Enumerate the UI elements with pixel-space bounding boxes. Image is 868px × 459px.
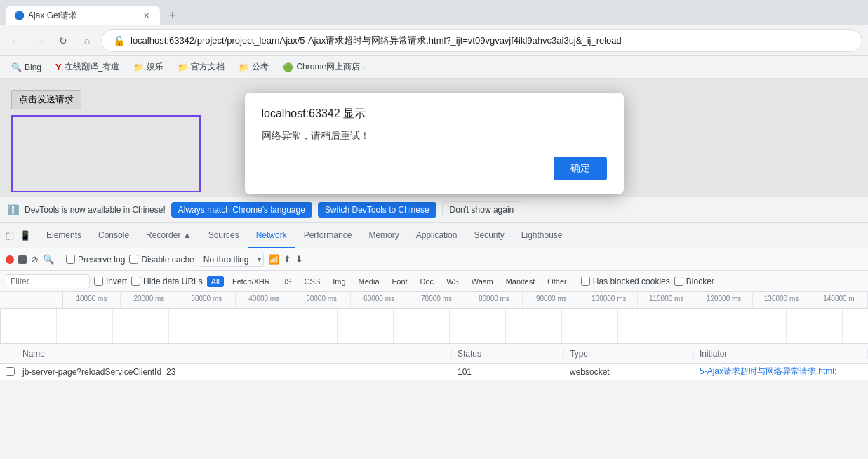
bookmark-exam[interactable]: 📁 公考 — [233, 59, 274, 75]
alert-overlay: localhost:63342 显示 网络异常，请稍后重试！ 确定 — [0, 79, 868, 197]
filter-tag-wasm[interactable]: Wasm — [467, 276, 498, 287]
search-icon-btn[interactable]: 🔍 — [43, 254, 54, 265]
disable-cache-checkbox[interactable]: Disable cache — [129, 255, 194, 265]
bookmark-entertainment[interactable]: 📁 娱乐 — [128, 59, 169, 75]
row-initiator-link[interactable]: 5-Ajax请求超时与网络异常请求.html: — [700, 366, 836, 378]
invert-label: Invert — [106, 277, 127, 286]
tab-console[interactable]: Console — [90, 223, 138, 248]
wifi-icon: 📶 — [268, 254, 279, 265]
devtools-panel: ⬚ 📱 Elements Console Recorder ▲ Sources … — [0, 222, 868, 380]
timeline-tick: 30000 ms — [178, 292, 236, 308]
back-button[interactable]: ← — [6, 31, 25, 51]
tab-sources[interactable]: Sources — [200, 223, 248, 248]
bookmark-docs[interactable]: 📁 官方文档 — [172, 59, 230, 75]
header-name: Name — [17, 349, 452, 359]
tab-elements[interactable]: Elements — [38, 223, 90, 248]
devtools-cursor-icon[interactable]: ⬚ — [3, 229, 17, 243]
bookmark-exam-label: 公考 — [252, 61, 269, 73]
preserve-log-checkbox[interactable]: Preserve log — [66, 255, 125, 265]
bookmark-bing[interactable]: 🔍 Bing — [6, 60, 47, 74]
active-tab[interactable]: 🔵 Ajax Get请求 ✕ — [6, 6, 160, 25]
timeline-ticks: 10000 ms20000 ms30000 ms40000 ms50000 ms… — [63, 292, 868, 308]
filter-tag-js[interactable]: JS — [279, 276, 296, 287]
match-language-button[interactable]: Always match Chrome's language — [171, 202, 312, 218]
address-bar[interactable]: 🔒 localhost:63342/project/project_learnA… — [101, 29, 862, 52]
stop-button[interactable] — [18, 255, 27, 264]
network-table-header: Name Status Type Initiator — [0, 344, 868, 364]
upload-icon-btn[interactable]: ⬆ — [283, 254, 291, 265]
timeline-tick: 130000 ms — [753, 292, 810, 308]
timeline-tick: 100000 ms — [580, 292, 638, 308]
tab-close-button[interactable]: ✕ — [140, 10, 152, 21]
alert-confirm-button[interactable]: 确定 — [554, 157, 607, 180]
timeline-label-spacer — [0, 292, 63, 308]
bookmark-youdao[interactable]: Y 在线翻译_有道 — [50, 59, 125, 75]
download-icon-btn[interactable]: ⬇ — [295, 254, 303, 265]
tab-performance[interactable]: Performance — [295, 223, 361, 248]
blocked-cookies-input[interactable] — [581, 277, 590, 286]
bookmark-bing-icon: 🔍 — [11, 62, 22, 72]
devtools-device-icon[interactable]: 📱 — [18, 229, 32, 243]
bookmark-entertainment-icon: 📁 — [133, 62, 144, 72]
info-icon: ℹ️ — [7, 204, 19, 215]
filter-input[interactable] — [6, 274, 90, 288]
timeline-body — [0, 309, 868, 344]
filter-tag-fetch-xhr[interactable]: Fetch/XHR — [228, 276, 274, 287]
invert-input[interactable] — [94, 277, 103, 286]
filter-tag-media[interactable]: Media — [354, 276, 384, 287]
blocked-cookies-label: Has blocked cookies — [593, 277, 670, 286]
filter-tag-img[interactable]: Img — [328, 276, 349, 287]
tab-security[interactable]: Security — [465, 223, 512, 248]
invert-checkbox[interactable]: Invert — [94, 277, 127, 286]
browser-window: 🔵 Ajax Get请求 ✕ + ← → ↻ ⌂ 🔒 localhost:633… — [0, 0, 868, 380]
timeline-tick: 140000 m — [810, 292, 868, 308]
bookmark-youdao-label: 在线翻译_有道 — [65, 61, 120, 73]
timeline-tick: 110000 ms — [638, 292, 695, 308]
record-button[interactable] — [6, 255, 14, 264]
tab-lighthouse[interactable]: Lighthouse — [513, 223, 571, 248]
tab-recorder[interactable]: Recorder ▲ — [138, 223, 200, 248]
timeline-tick: 80000 ms — [465, 292, 523, 308]
tab-memory[interactable]: Memory — [360, 223, 407, 248]
filter-tag-other[interactable]: Other — [543, 276, 571, 287]
blocked-requests-label: Blocker — [686, 277, 714, 286]
row-status-cell: 101 — [452, 367, 564, 377]
filter-tag-ws[interactable]: WS — [442, 276, 463, 287]
home-button[interactable]: ⌂ — [77, 31, 97, 51]
blocked-requests-checkbox[interactable]: Blocker — [674, 277, 714, 286]
secure-icon: 🔒 — [113, 35, 125, 46]
filter-tag-css[interactable]: CSS — [300, 276, 325, 287]
blocked-requests-input[interactable] — [674, 277, 683, 286]
refresh-button[interactable]: ↻ — [53, 31, 73, 51]
hide-data-urls-checkbox[interactable]: Hide data URLs — [131, 277, 203, 286]
bookmark-bing-label: Bing — [25, 62, 41, 72]
filter-icon-btn[interactable]: ⊘ — [31, 254, 39, 265]
row-status: 101 — [458, 367, 472, 377]
tab-network[interactable]: Network — [248, 223, 295, 248]
tab-bar: 🔵 Ajax Get请求 ✕ + — [0, 0, 868, 25]
bookmark-chrome-store-icon: 🟢 — [283, 62, 293, 72]
new-tab-button[interactable]: + — [163, 6, 182, 25]
header-status: Status — [452, 349, 564, 359]
forward-button[interactable]: → — [29, 31, 49, 51]
switch-chinese-button[interactable]: Switch DevTools to Chinese — [318, 202, 436, 218]
devtools-notification-bar: ℹ️ DevTools is now available in Chinese!… — [0, 197, 868, 222]
filter-tag-manifest[interactable]: Manifest — [502, 276, 540, 287]
bookmark-chrome-store[interactable]: 🟢 Chrome网上商店.. — [277, 59, 370, 75]
filter-tag-font[interactable]: Font — [388, 276, 412, 287]
header-initiator: Initiator — [694, 349, 868, 359]
row-checkbox[interactable] — [6, 367, 15, 376]
preserve-log-input[interactable] — [66, 255, 75, 264]
table-row[interactable]: jb-server-page?reloadServiceClientId=23 … — [0, 364, 868, 380]
filter-tag-doc[interactable]: Doc — [416, 276, 439, 287]
hide-data-urls-input[interactable] — [131, 277, 140, 286]
timeline-tick: 120000 ms — [695, 292, 753, 308]
throttle-select[interactable]: No throttling Slow 3G Fast 3G Offline — [199, 253, 264, 267]
blocked-cookies-checkbox[interactable]: Has blocked cookies — [581, 277, 670, 286]
alert-dialog: localhost:63342 显示 网络异常，请稍后重试！ 确定 — [245, 93, 624, 194]
filter-tag-all[interactable]: All — [207, 276, 224, 287]
dont-show-again-button[interactable]: Don't show again — [442, 201, 522, 218]
bookmarks-bar: 🔍 Bing Y 在线翻译_有道 📁 娱乐 📁 官方文档 📁 公考 🟢 Chro… — [0, 56, 868, 79]
disable-cache-input[interactable] — [129, 255, 138, 264]
tab-application[interactable]: Application — [408, 223, 466, 248]
